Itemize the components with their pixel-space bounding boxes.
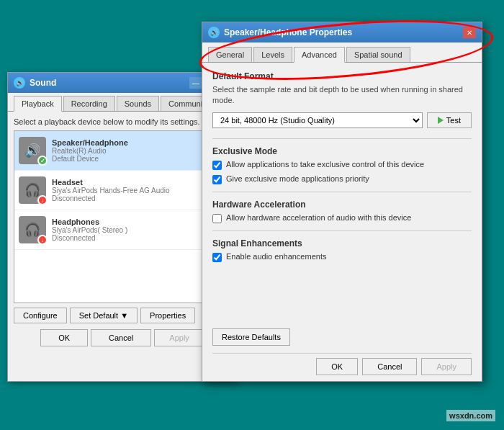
- sound-window-icon: 🔊: [14, 77, 25, 89]
- props-close-button[interactable]: ✕: [463, 27, 476, 38]
- device-detail2-headset: Disconnected: [52, 194, 226, 202]
- tab-playback[interactable]: Playback: [14, 96, 62, 112]
- properties-button[interactable]: Properties: [140, 308, 195, 323]
- hw-accel-title: Hardware Acceleration: [212, 200, 472, 210]
- headset-icon: 🎧 ↓: [19, 176, 46, 204]
- device-item-headphones[interactable]: 🎧 ↓ Headphones Siya's AirPods( Stereo ) …: [14, 210, 230, 250]
- signal-checkbox: Enable audio enhancements: [212, 251, 472, 262]
- restore-defaults-button[interactable]: Restore Defaults: [212, 328, 290, 346]
- props-controls: ✕: [463, 27, 476, 38]
- exclusive-checkbox-2-input[interactable]: [212, 175, 222, 184]
- device-detail1-speaker: Realtek(R) Audio: [52, 147, 226, 155]
- exclusive-checkbox-2: Give exclusive mode applications priorit…: [212, 174, 472, 184]
- divider-1: [212, 138, 472, 139]
- speaker-icon: 🔊 ✓: [19, 137, 46, 164]
- exclusive-checkbox-1: Allow applications to take exclusive con…: [212, 159, 472, 170]
- exclusive-mode-title: Exclusive Mode: [212, 146, 472, 156]
- default-format-title: Default Format: [212, 71, 472, 81]
- sound-ok-cancel: OK Cancel Apply: [14, 329, 231, 346]
- connected-badge: ✓: [37, 156, 48, 166]
- sound-bottom-buttons: Configure Set Default ▼ Properties: [14, 308, 231, 323]
- sound-window-title: Sound: [30, 78, 56, 88]
- test-button[interactable]: Test: [427, 112, 472, 128]
- watermark: wsxdn.com: [446, 410, 495, 421]
- props-title-bar: 🔊 Speaker/Headphone Properties ✕: [202, 22, 482, 42]
- device-info-speaker: Speaker/Headphone Realtek(R) Audio Defau…: [52, 138, 226, 163]
- device-info-headset: Headset Siya's AirPods Hands-Free AG Aud…: [52, 178, 226, 202]
- tab-recording[interactable]: Recording: [63, 96, 115, 111]
- play-icon: [438, 117, 444, 124]
- props-ok-cancel: OK Cancel Apply: [212, 353, 472, 375]
- properties-dialog: 🔊 Speaker/Headphone Properties ✕ General…: [202, 22, 482, 382]
- exclusive-label-1: Allow applications to take exclusive con…: [226, 159, 424, 169]
- set-default-label: Set Default: [79, 311, 118, 320]
- device-item-headset[interactable]: 🎧 ↓ Headset Siya's AirPods Hands-Free AG…: [14, 171, 230, 210]
- props-cancel-button[interactable]: Cancel: [362, 358, 417, 375]
- default-format-desc: Select the sample rate and bit depth to …: [212, 84, 472, 107]
- divider-3: [212, 230, 472, 231]
- format-select[interactable]: 24 bit, 48000 Hz (Studio Quality): [212, 112, 423, 128]
- sound-hint: Select a playback device below to modify…: [14, 117, 231, 126]
- hw-accel-label: Allow hardware acceleration of audio wit…: [226, 212, 411, 223]
- dropdown-arrow: ▼: [120, 311, 128, 320]
- props-bottom: Restore Defaults OK Cancel Apply: [202, 328, 482, 375]
- device-name-speaker: Speaker/Headphone: [52, 138, 226, 147]
- signal-title: Signal Enhancements: [212, 238, 472, 248]
- tab-advanced[interactable]: Advanced: [294, 47, 345, 63]
- configure-button[interactable]: Configure: [14, 308, 67, 323]
- exclusive-checkbox-1-input[interactable]: [212, 161, 222, 170]
- signal-checkbox-input[interactable]: [212, 253, 222, 262]
- device-name-headset: Headset: [52, 178, 226, 187]
- sound-cancel-button[interactable]: Cancel: [91, 329, 151, 346]
- tab-levels[interactable]: Levels: [253, 47, 292, 62]
- props-content: Default Format Select the sample rate an…: [202, 63, 482, 274]
- device-info-headphones: Headphones Siya's AirPods( Stereo ) Disc…: [52, 218, 226, 242]
- tab-spatial-sound[interactable]: Spatial sound: [346, 47, 410, 62]
- device-detail2-speaker: Default Device: [52, 155, 226, 163]
- props-icon: 🔊: [208, 27, 220, 38]
- tab-sounds[interactable]: Sounds: [117, 96, 159, 111]
- sound-ok-button[interactable]: OK: [40, 329, 88, 346]
- disconnected-badge-headphones: ↓: [37, 235, 48, 245]
- exclusive-label-2: Give exclusive mode applications priorit…: [226, 174, 369, 184]
- props-apply-button[interactable]: Apply: [421, 358, 472, 375]
- hw-accel-checkbox: Allow hardware acceleration of audio wit…: [212, 212, 472, 223]
- device-detail2-headphones: Disconnected: [52, 234, 226, 242]
- test-label: Test: [446, 116, 461, 125]
- device-item-speaker[interactable]: 🔊 ✓ Speaker/Headphone Realtek(R) Audio D…: [14, 131, 230, 171]
- device-name-headphones: Headphones: [52, 218, 226, 226]
- props-title: Speaker/Headphone Properties: [224, 27, 352, 37]
- props-ok-button[interactable]: OK: [316, 358, 358, 375]
- headphones-icon: 🎧 ↓: [19, 216, 46, 243]
- minimize-button[interactable]: —: [189, 77, 202, 89]
- format-row: 24 bit, 48000 Hz (Studio Quality) Test: [212, 112, 472, 128]
- props-tabs: General Levels Advanced Spatial sound: [202, 42, 482, 63]
- sound-apply-button[interactable]: Apply: [154, 329, 204, 346]
- device-detail1-headset: Siya's AirPods Hands-Free AG Audio: [52, 187, 226, 194]
- set-default-button[interactable]: Set Default ▼: [70, 308, 138, 323]
- disconnected-badge-headset: ↓: [37, 195, 48, 205]
- device-list: 🔊 ✓ Speaker/Headphone Realtek(R) Audio D…: [14, 130, 231, 303]
- divider-2: [212, 192, 472, 192]
- signal-label: Enable audio enhancements: [226, 251, 326, 261]
- hw-accel-checkbox-input[interactable]: [212, 214, 222, 223]
- device-detail1-headphones: Siya's AirPods( Stereo ): [52, 226, 226, 234]
- tab-general[interactable]: General: [208, 47, 252, 62]
